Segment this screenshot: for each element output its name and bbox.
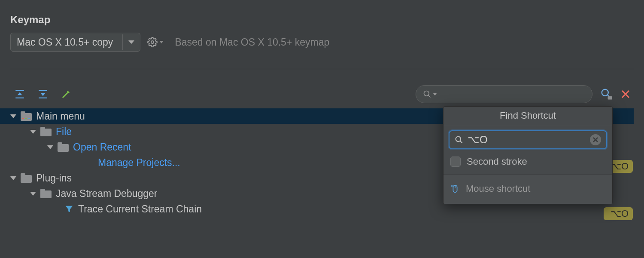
folder-icon <box>40 127 52 136</box>
tree-label: Manage Projects... <box>98 157 180 169</box>
tree-label: Plug-ins <box>36 172 72 184</box>
svg-line-8 <box>428 95 431 98</box>
svg-rect-1 <box>15 90 24 91</box>
disclosure-triangle-icon[interactable] <box>30 130 36 134</box>
svg-rect-11 <box>608 96 612 100</box>
folder-icon <box>58 142 69 152</box>
svg-rect-17 <box>25 118 27 119</box>
close-icon <box>593 137 598 142</box>
svg-line-28 <box>460 141 462 143</box>
search-icon <box>423 90 431 98</box>
pencil-icon <box>61 89 71 99</box>
svg-rect-22 <box>58 142 62 145</box>
svg-rect-26 <box>40 189 45 192</box>
svg-rect-24 <box>21 173 25 176</box>
shortcut-input[interactable]: ⌥O <box>449 130 607 149</box>
edit-button[interactable] <box>57 86 76 102</box>
svg-point-33 <box>451 185 453 187</box>
close-icon <box>620 89 631 99</box>
based-on-label: Based on Mac OS X 10.5+ keymap <box>175 37 329 48</box>
collapse-all-button[interactable] <box>33 86 52 102</box>
svg-rect-3 <box>15 98 24 98</box>
page-title: Keymap <box>10 14 50 26</box>
collapse-all-icon <box>37 89 49 100</box>
folder-icon <box>21 173 32 183</box>
tree-toolbar <box>10 83 634 105</box>
mouse-shortcut-row[interactable]: Mouse shortcut <box>444 175 612 204</box>
tree-label: Open Recent <box>73 141 131 153</box>
keymap-selector-row: Mac OS X 10.5+ copy Based on Mac OS X 10… <box>10 33 634 52</box>
svg-rect-6 <box>39 98 47 98</box>
second-stroke-label: Second stroke <box>467 156 527 167</box>
divider <box>10 69 634 69</box>
keymap-dropdown[interactable]: Mac OS X 10.5+ copy <box>10 33 140 52</box>
svg-marker-2 <box>18 92 22 95</box>
svg-point-0 <box>151 41 154 43</box>
svg-rect-15 <box>21 111 25 114</box>
mouse-icon <box>450 184 460 194</box>
tree-label: Main menu <box>36 111 85 122</box>
find-shortcut-button[interactable] <box>598 88 615 101</box>
search-icon <box>455 135 463 144</box>
disclosure-triangle-icon[interactable] <box>30 192 36 196</box>
svg-rect-18 <box>28 118 30 119</box>
popup-title: Find Shortcut <box>444 107 612 125</box>
svg-marker-5 <box>41 93 46 96</box>
svg-rect-16 <box>22 118 24 119</box>
mouse-shortcut-label: Mouse shortcut <box>466 183 530 194</box>
second-stroke-checkbox[interactable] <box>450 157 461 167</box>
tree-label: File <box>56 126 72 138</box>
chevron-down-icon <box>433 93 437 95</box>
clear-button[interactable] <box>590 134 601 145</box>
chevron-down-icon <box>159 41 164 43</box>
find-shortcut-popup: Find Shortcut ⌥O Second stroke Mouse sho… <box>443 106 613 204</box>
filter-icon <box>64 204 74 214</box>
close-button[interactable] <box>617 89 634 99</box>
find-shortcut-icon <box>600 88 613 101</box>
svg-point-9 <box>602 89 608 96</box>
gear-icon <box>147 37 158 47</box>
search-input[interactable] <box>416 85 592 103</box>
tree-label: Java Stream Debugger <box>56 188 158 200</box>
expand-all-icon <box>14 89 25 100</box>
disclosure-triangle-icon[interactable] <box>47 145 53 149</box>
expand-all-button[interactable] <box>10 86 29 102</box>
tree-label: Trace Current Stream Chain <box>78 203 202 215</box>
svg-rect-4 <box>39 90 47 91</box>
disclosure-triangle-icon[interactable] <box>10 114 16 118</box>
svg-point-27 <box>456 137 461 142</box>
disclosure-triangle-icon[interactable] <box>10 176 16 180</box>
shortcut-input-value: ⌥O <box>468 134 586 146</box>
chevron-down-icon[interactable] <box>123 40 140 44</box>
keymap-dropdown-label: Mac OS X 10.5+ copy <box>11 37 122 48</box>
svg-point-7 <box>424 91 429 96</box>
shortcut-badge: ⌥O <box>604 207 633 220</box>
second-stroke-row[interactable]: Second stroke <box>444 154 612 175</box>
menu-folder-icon <box>21 111 32 121</box>
keymap-settings-button[interactable] <box>147 37 164 47</box>
svg-rect-20 <box>40 127 45 130</box>
folder-icon <box>40 189 52 198</box>
